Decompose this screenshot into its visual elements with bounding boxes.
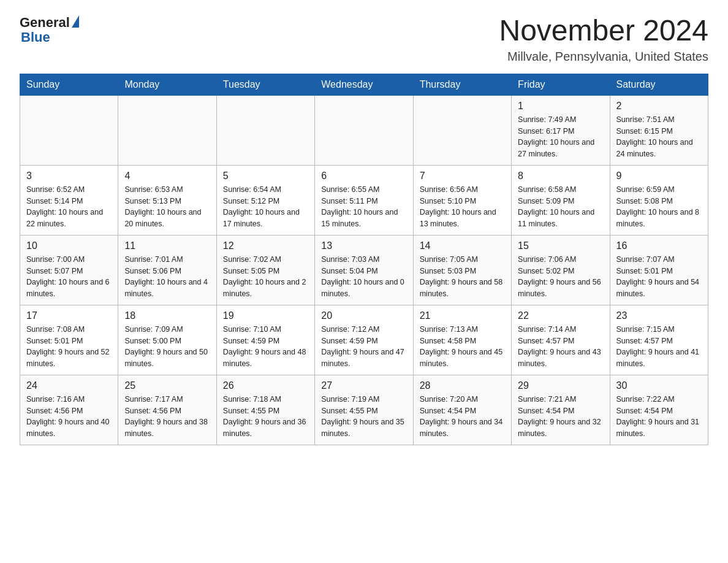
calendar-header-row: SundayMondayTuesdayWednesdayThursdayFrid… — [20, 74, 708, 95]
calendar-cell: 6Sunrise: 6:55 AM Sunset: 5:11 PM Daylig… — [315, 165, 413, 235]
day-number: 14 — [420, 240, 505, 251]
calendar-cell — [413, 95, 511, 165]
calendar-cell: 9Sunrise: 6:59 AM Sunset: 5:08 PM Daylig… — [610, 165, 708, 235]
calendar-cell: 23Sunrise: 7:15 AM Sunset: 4:57 PM Dayli… — [610, 305, 708, 375]
day-number: 1 — [518, 101, 603, 112]
day-info: Sunrise: 7:19 AM Sunset: 4:55 PM Dayligh… — [321, 394, 406, 440]
title-block: November 2024 Millvale, Pennsylvania, Un… — [499, 15, 708, 64]
day-number: 28 — [420, 380, 505, 391]
day-info: Sunrise: 7:21 AM Sunset: 4:54 PM Dayligh… — [518, 394, 603, 440]
header-thursday: Thursday — [413, 74, 511, 95]
calendar-cell: 27Sunrise: 7:19 AM Sunset: 4:55 PM Dayli… — [315, 375, 413, 445]
logo-triangle-icon — [72, 15, 79, 28]
calendar-cell — [315, 95, 413, 165]
day-number: 7 — [420, 170, 505, 182]
day-info: Sunrise: 6:54 AM Sunset: 5:12 PM Dayligh… — [223, 184, 308, 230]
header-sunday: Sunday — [20, 74, 118, 95]
calendar-cell: 20Sunrise: 7:12 AM Sunset: 4:59 PM Dayli… — [315, 305, 413, 375]
calendar-table: SundayMondayTuesdayWednesdayThursdayFrid… — [20, 74, 708, 445]
calendar-cell — [118, 95, 216, 165]
day-info: Sunrise: 6:58 AM Sunset: 5:09 PM Dayligh… — [518, 184, 603, 230]
day-number: 3 — [26, 170, 112, 182]
month-title: November 2024 — [499, 15, 708, 47]
day-number: 30 — [616, 380, 702, 391]
logo-blue-text: Blue — [21, 29, 50, 45]
day-number: 11 — [124, 240, 210, 251]
header-wednesday: Wednesday — [315, 74, 413, 95]
day-info: Sunrise: 6:59 AM Sunset: 5:08 PM Dayligh… — [616, 184, 702, 230]
day-number: 20 — [321, 310, 406, 321]
calendar-cell: 29Sunrise: 7:21 AM Sunset: 4:54 PM Dayli… — [512, 375, 610, 445]
calendar-cell: 26Sunrise: 7:18 AM Sunset: 4:55 PM Dayli… — [216, 375, 314, 445]
calendar-cell: 16Sunrise: 7:07 AM Sunset: 5:01 PM Dayli… — [610, 235, 708, 305]
day-number: 6 — [321, 170, 406, 182]
day-number: 22 — [518, 310, 603, 321]
calendar-week-1: 1Sunrise: 7:49 AM Sunset: 6:17 PM Daylig… — [20, 95, 708, 165]
location-text: Millvale, Pennsylvania, United States — [499, 50, 708, 64]
calendar-cell: 3Sunrise: 6:52 AM Sunset: 5:14 PM Daylig… — [20, 165, 118, 235]
day-info: Sunrise: 7:49 AM Sunset: 6:17 PM Dayligh… — [518, 114, 603, 160]
day-info: Sunrise: 7:14 AM Sunset: 4:57 PM Dayligh… — [518, 324, 603, 370]
calendar-week-5: 24Sunrise: 7:16 AM Sunset: 4:56 PM Dayli… — [20, 375, 708, 445]
day-number: 4 — [124, 170, 210, 182]
day-number: 18 — [124, 310, 210, 321]
calendar-cell: 24Sunrise: 7:16 AM Sunset: 4:56 PM Dayli… — [20, 375, 118, 445]
day-info: Sunrise: 6:55 AM Sunset: 5:11 PM Dayligh… — [321, 184, 406, 230]
calendar-cell: 18Sunrise: 7:09 AM Sunset: 5:00 PM Dayli… — [118, 305, 216, 375]
calendar-cell: 17Sunrise: 7:08 AM Sunset: 5:01 PM Dayli… — [20, 305, 118, 375]
day-info: Sunrise: 7:09 AM Sunset: 5:00 PM Dayligh… — [124, 324, 210, 370]
logo-general-text: General — [20, 15, 70, 31]
calendar-cell: 19Sunrise: 7:10 AM Sunset: 4:59 PM Dayli… — [216, 305, 314, 375]
day-number: 5 — [223, 170, 308, 182]
calendar-cell: 1Sunrise: 7:49 AM Sunset: 6:17 PM Daylig… — [512, 95, 610, 165]
page-header: General Blue November 2024 Millvale, Pen… — [20, 15, 708, 64]
day-number: 16 — [616, 240, 702, 251]
day-info: Sunrise: 7:08 AM Sunset: 5:01 PM Dayligh… — [26, 324, 112, 370]
calendar-cell: 28Sunrise: 7:20 AM Sunset: 4:54 PM Dayli… — [413, 375, 511, 445]
day-info: Sunrise: 7:15 AM Sunset: 4:57 PM Dayligh… — [616, 324, 702, 370]
calendar-cell: 8Sunrise: 6:58 AM Sunset: 5:09 PM Daylig… — [512, 165, 610, 235]
day-number: 12 — [223, 240, 308, 251]
calendar-week-2: 3Sunrise: 6:52 AM Sunset: 5:14 PM Daylig… — [20, 165, 708, 235]
day-number: 15 — [518, 240, 603, 251]
day-info: Sunrise: 6:53 AM Sunset: 5:13 PM Dayligh… — [124, 184, 210, 230]
day-number: 26 — [223, 380, 308, 391]
day-number: 8 — [518, 170, 603, 182]
calendar-cell — [20, 95, 118, 165]
day-number: 23 — [616, 310, 702, 321]
day-info: Sunrise: 7:00 AM Sunset: 5:07 PM Dayligh… — [26, 254, 112, 300]
header-saturday: Saturday — [610, 74, 708, 95]
day-number: 29 — [518, 380, 603, 391]
calendar-cell: 11Sunrise: 7:01 AM Sunset: 5:06 PM Dayli… — [118, 235, 216, 305]
day-info: Sunrise: 7:12 AM Sunset: 4:59 PM Dayligh… — [321, 324, 406, 370]
header-friday: Friday — [512, 74, 610, 95]
logo: General Blue — [20, 15, 79, 45]
day-number: 2 — [616, 101, 702, 112]
calendar-week-4: 17Sunrise: 7:08 AM Sunset: 5:01 PM Dayli… — [20, 305, 708, 375]
calendar-cell — [216, 95, 314, 165]
day-info: Sunrise: 7:51 AM Sunset: 6:15 PM Dayligh… — [616, 114, 702, 160]
calendar-cell: 2Sunrise: 7:51 AM Sunset: 6:15 PM Daylig… — [610, 95, 708, 165]
day-info: Sunrise: 7:01 AM Sunset: 5:06 PM Dayligh… — [124, 254, 210, 300]
day-info: Sunrise: 7:20 AM Sunset: 4:54 PM Dayligh… — [420, 394, 505, 440]
calendar-cell: 5Sunrise: 6:54 AM Sunset: 5:12 PM Daylig… — [216, 165, 314, 235]
day-info: Sunrise: 7:02 AM Sunset: 5:05 PM Dayligh… — [223, 254, 308, 300]
calendar-cell: 30Sunrise: 7:22 AM Sunset: 4:54 PM Dayli… — [610, 375, 708, 445]
day-info: Sunrise: 7:22 AM Sunset: 4:54 PM Dayligh… — [616, 394, 702, 440]
header-tuesday: Tuesday — [216, 74, 314, 95]
calendar-cell: 14Sunrise: 7:05 AM Sunset: 5:03 PM Dayli… — [413, 235, 511, 305]
day-info: Sunrise: 7:10 AM Sunset: 4:59 PM Dayligh… — [223, 324, 308, 370]
calendar-cell: 7Sunrise: 6:56 AM Sunset: 5:10 PM Daylig… — [413, 165, 511, 235]
calendar-cell: 12Sunrise: 7:02 AM Sunset: 5:05 PM Dayli… — [216, 235, 314, 305]
day-info: Sunrise: 6:56 AM Sunset: 5:10 PM Dayligh… — [420, 184, 505, 230]
day-info: Sunrise: 7:17 AM Sunset: 4:56 PM Dayligh… — [124, 394, 210, 440]
calendar-cell: 10Sunrise: 7:00 AM Sunset: 5:07 PM Dayli… — [20, 235, 118, 305]
day-info: Sunrise: 7:13 AM Sunset: 4:58 PM Dayligh… — [420, 324, 505, 370]
day-number: 10 — [26, 240, 112, 251]
day-number: 17 — [26, 310, 112, 321]
calendar-cell: 22Sunrise: 7:14 AM Sunset: 4:57 PM Dayli… — [512, 305, 610, 375]
day-info: Sunrise: 6:52 AM Sunset: 5:14 PM Dayligh… — [26, 184, 112, 230]
day-number: 21 — [420, 310, 505, 321]
calendar-cell: 15Sunrise: 7:06 AM Sunset: 5:02 PM Dayli… — [512, 235, 610, 305]
day-info: Sunrise: 7:16 AM Sunset: 4:56 PM Dayligh… — [26, 394, 112, 440]
